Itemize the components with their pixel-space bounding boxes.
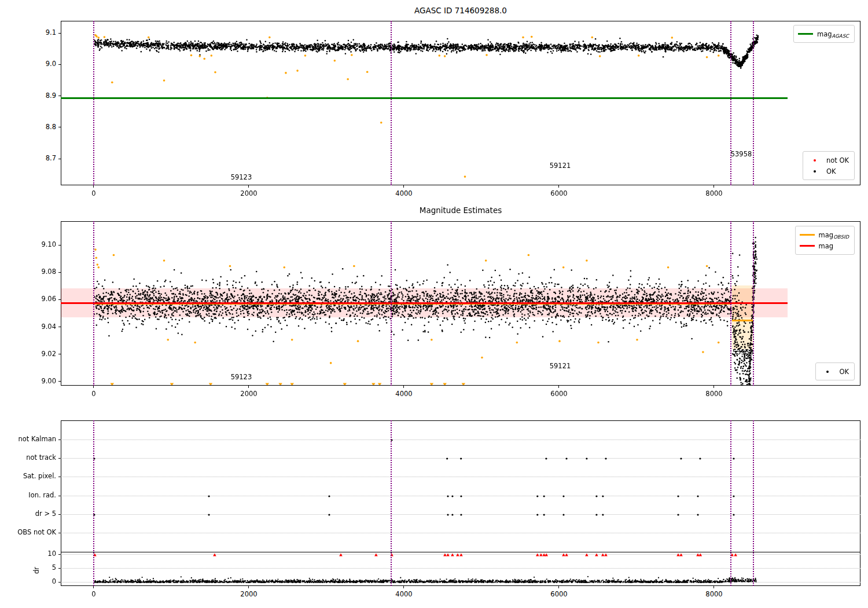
category-label: not Kalman (0, 435, 56, 443)
x-tick-mark (248, 586, 249, 588)
y-tick-label: 9.1 (0, 28, 56, 36)
category-label: Sat. pixel. (0, 472, 56, 480)
x-tick-mark (403, 185, 404, 188)
plot-title-agasc: AGASC ID 714609288.0 (61, 6, 860, 15)
y-tick-label: 8.8 (0, 123, 56, 131)
obsid-boundary-line (753, 221, 754, 386)
legend-entry-ok-mid: OK (820, 366, 849, 377)
legend-mag-agasc: magAGASC (793, 25, 855, 43)
legend-dot-swatch-red (807, 159, 822, 162)
y-tick-mark (58, 96, 61, 96)
obsid-boundary-line (391, 420, 392, 586)
obsid-boundary-line (93, 420, 94, 586)
obsid-annotation-59123: 59123 (231, 173, 252, 181)
legend-entry-ok: OK (807, 166, 849, 177)
x-tick-label: 0 (91, 590, 95, 598)
category-tick-mark (58, 458, 61, 459)
mag-line (61, 302, 788, 304)
legend-dot-swatch-black (807, 170, 822, 173)
legend-label-mag-obsid: magOBSID (819, 231, 849, 239)
dr-tick-label: 10 (0, 550, 56, 558)
category-tick-mark (58, 477, 61, 477)
legend-ok-mid: OK (815, 362, 855, 380)
y-tick-mark (58, 159, 61, 159)
y-tick-label: 9.00 (0, 377, 56, 385)
y-tick-mark (58, 245, 61, 246)
axes-flags-dr (61, 420, 860, 586)
x-tick-mark (558, 386, 559, 388)
y-tick-label: 9.02 (0, 350, 56, 358)
x-tick-mark (713, 386, 714, 388)
x-tick-label: 8000 (705, 590, 722, 598)
x-tick-label: 2000 (240, 390, 257, 398)
category-tick-mark (58, 496, 61, 496)
y-tick-label: 8.7 (0, 154, 56, 162)
y-tick-label: 9.0 (0, 60, 56, 68)
obsid-boundary-line (93, 21, 94, 185)
x-tick-mark (713, 586, 714, 588)
plot-title-magnitude-estimates: Magnitude Estimates (61, 206, 860, 215)
x-tick-mark (558, 586, 559, 588)
obsid-annotation-mid-53958: 53958 (733, 348, 754, 356)
x-tick-label: 4000 (395, 590, 412, 598)
legend-line-swatch-red (800, 245, 815, 247)
y-tick-mark (58, 64, 61, 65)
legend-label-not-ok: not OK (826, 156, 849, 164)
x-tick-label: 2000 (240, 590, 257, 598)
obsid-annotation-59121: 59121 (550, 162, 571, 170)
x-tick-label: 4000 (395, 189, 412, 197)
legend-entry-mag-obsid: magOBSID (800, 229, 849, 240)
legend-entry-mag-agasc: magAGASC (798, 28, 849, 39)
figure: AGASC ID 714609288.0 Magnitude Estimates… (0, 0, 868, 608)
dr-tick-label: 0 (0, 577, 56, 585)
legend-ok-notok: not OK OK (803, 151, 855, 180)
x-tick-mark (248, 386, 249, 388)
legend-entry-not-ok: not OK (807, 155, 849, 166)
category-tick-mark (58, 439, 61, 440)
x-tick-mark (558, 185, 559, 188)
y-tick-mark (58, 381, 61, 382)
scatter-canvas-flags (61, 421, 860, 585)
y-tick-mark (58, 33, 61, 34)
legend-entry-mag: mag (800, 240, 849, 251)
dr-axis-label: dr (32, 561, 41, 574)
y-tick-label: 8.9 (0, 91, 56, 100)
x-tick-label: 6000 (550, 590, 567, 598)
x-tick-mark (93, 386, 94, 388)
y-tick-mark (58, 327, 61, 327)
dr-tick-mark (58, 582, 61, 583)
y-tick-label: 9.04 (0, 323, 56, 331)
obsid-annotation-mid-59123: 59123 (231, 373, 252, 381)
scatter-canvas-agasc (61, 21, 860, 185)
x-tick-mark (403, 386, 404, 388)
obsid-annotation-53958: 53958 (731, 150, 752, 158)
category-label: Ion. rad. (0, 491, 56, 499)
x-tick-label: 4000 (395, 390, 412, 398)
obsid-boundary-line (753, 420, 754, 586)
x-tick-label: 8000 (705, 390, 722, 398)
dr-tick-label: 5 (0, 563, 56, 572)
y-tick-label: 9.06 (0, 295, 56, 303)
y-tick-label: 9.10 (0, 240, 56, 248)
y-tick-mark (58, 299, 61, 300)
x-tick-label: 8000 (705, 189, 722, 197)
obsid-boundary-line (391, 21, 392, 185)
flags-dr-separator (61, 552, 860, 552)
category-label: not track (0, 453, 56, 462)
obsid-boundary-line (93, 221, 94, 386)
category-tick-mark (58, 514, 61, 515)
obsid-boundary-line (730, 221, 731, 386)
x-tick-mark (403, 586, 404, 588)
legend-label-ok-mid: OK (839, 368, 849, 376)
dr-tick-mark (58, 568, 61, 569)
x-tick-mark (248, 185, 249, 188)
obsid-boundary-line (391, 221, 392, 386)
x-tick-mark (93, 586, 94, 588)
x-tick-mark (93, 185, 94, 188)
y-tick-label: 9.08 (0, 268, 56, 276)
obsid-annotation-mid-59121: 59121 (550, 362, 571, 370)
x-tick-label: 0 (91, 189, 95, 197)
category-label: dr > 5 (0, 510, 56, 518)
x-tick-label: 2000 (240, 189, 257, 197)
legend-label-mag-agasc: magAGASC (817, 30, 849, 38)
